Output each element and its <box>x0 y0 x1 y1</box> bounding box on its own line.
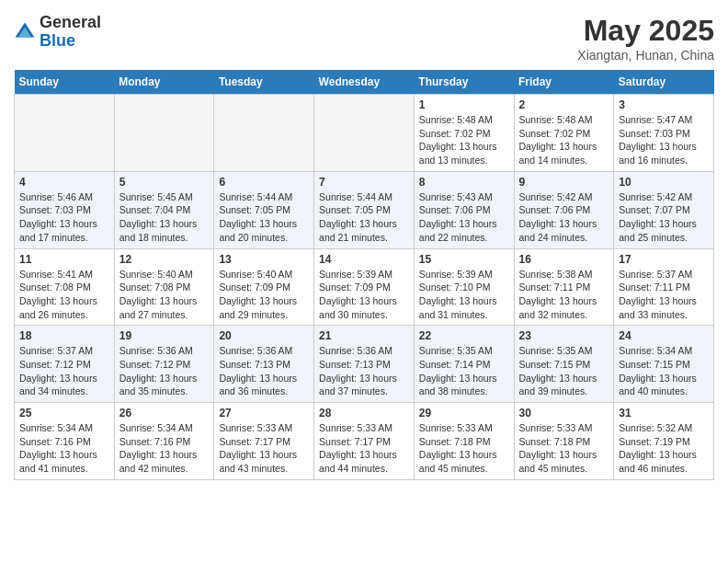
calendar-day-cell: 5Sunrise: 5:45 AM Sunset: 7:04 PM Daylig… <box>114 171 214 248</box>
calendar-day-cell: 22Sunrise: 5:35 AM Sunset: 7:14 PM Dayli… <box>414 326 514 403</box>
day-info: Sunrise: 5:46 AM Sunset: 7:03 PM Dayligh… <box>19 190 109 245</box>
calendar-day-cell: 11Sunrise: 5:41 AM Sunset: 7:08 PM Dayli… <box>15 248 115 326</box>
calendar-week-row: 4Sunrise: 5:46 AM Sunset: 7:03 PM Daylig… <box>15 171 714 248</box>
day-info: Sunrise: 5:36 AM Sunset: 7:12 PM Dayligh… <box>119 344 210 398</box>
calendar-day-cell: 28Sunrise: 5:33 AM Sunset: 7:17 PM Dayli… <box>314 403 415 480</box>
calendar-table: SundayMondayTuesdayWednesdayThursdayFrid… <box>14 70 714 480</box>
day-info: Sunrise: 5:33 AM Sunset: 7:18 PM Dayligh… <box>419 421 509 476</box>
calendar-day-cell: 12Sunrise: 5:40 AM Sunset: 7:08 PM Dayli… <box>114 248 214 326</box>
calendar-day-cell: 31Sunrise: 5:32 AM Sunset: 7:19 PM Dayli… <box>614 403 714 480</box>
day-number: 5 <box>119 176 210 189</box>
calendar-day-cell: 6Sunrise: 5:44 AM Sunset: 7:05 PM Daylig… <box>214 171 314 248</box>
day-info: Sunrise: 5:48 AM Sunset: 7:02 PM Dayligh… <box>519 113 609 167</box>
day-number: 26 <box>119 407 210 419</box>
calendar-week-row: 11Sunrise: 5:41 AM Sunset: 7:08 PM Dayli… <box>15 248 714 326</box>
calendar-day-cell: 9Sunrise: 5:42 AM Sunset: 7:06 PM Daylig… <box>514 171 614 248</box>
day-number: 16 <box>519 253 609 266</box>
logo-icon <box>14 21 36 43</box>
logo-general: General <box>40 13 101 31</box>
day-number: 4 <box>19 176 109 189</box>
day-info: Sunrise: 5:42 AM Sunset: 7:06 PM Dayligh… <box>519 190 609 245</box>
weekday-header-row: SundayMondayTuesdayWednesdayThursdayFrid… <box>15 70 714 95</box>
day-number: 20 <box>219 329 309 342</box>
weekday-header: Tuesday <box>214 70 314 95</box>
calendar-day-cell: 20Sunrise: 5:36 AM Sunset: 7:13 PM Dayli… <box>214 326 314 403</box>
day-number: 17 <box>619 253 709 266</box>
calendar-day-cell: 19Sunrise: 5:36 AM Sunset: 7:12 PM Dayli… <box>114 326 214 403</box>
day-info: Sunrise: 5:47 AM Sunset: 7:03 PM Dayligh… <box>619 113 709 167</box>
day-number: 22 <box>419 329 509 342</box>
day-info: Sunrise: 5:38 AM Sunset: 7:11 PM Dayligh… <box>519 268 609 322</box>
day-info: Sunrise: 5:35 AM Sunset: 7:15 PM Dayligh… <box>519 344 609 398</box>
calendar-day-cell <box>314 95 415 172</box>
logo-text: General Blue <box>40 14 101 51</box>
day-info: Sunrise: 5:34 AM Sunset: 7:15 PM Dayligh… <box>619 344 709 398</box>
weekday-header: Monday <box>114 70 214 95</box>
calendar-day-cell: 10Sunrise: 5:42 AM Sunset: 7:07 PM Dayli… <box>614 171 714 248</box>
day-info: Sunrise: 5:37 AM Sunset: 7:11 PM Dayligh… <box>619 268 709 322</box>
day-info: Sunrise: 5:37 AM Sunset: 7:12 PM Dayligh… <box>19 344 109 398</box>
calendar-day-cell: 18Sunrise: 5:37 AM Sunset: 7:12 PM Dayli… <box>15 326 115 403</box>
day-number: 28 <box>319 407 409 419</box>
day-info: Sunrise: 5:43 AM Sunset: 7:06 PM Dayligh… <box>419 190 509 245</box>
day-number: 30 <box>519 407 609 419</box>
calendar-day-cell: 4Sunrise: 5:46 AM Sunset: 7:03 PM Daylig… <box>15 171 115 248</box>
calendar-day-cell: 30Sunrise: 5:33 AM Sunset: 7:18 PM Dayli… <box>514 403 614 480</box>
location: Xiangtan, Hunan, China <box>577 48 714 63</box>
calendar-day-cell: 14Sunrise: 5:39 AM Sunset: 7:09 PM Dayli… <box>314 248 415 326</box>
logo-blue: Blue <box>40 31 75 50</box>
day-info: Sunrise: 5:35 AM Sunset: 7:14 PM Dayligh… <box>419 344 509 398</box>
calendar-day-cell: 15Sunrise: 5:39 AM Sunset: 7:10 PM Dayli… <box>414 248 514 326</box>
day-info: Sunrise: 5:33 AM Sunset: 7:18 PM Dayligh… <box>519 421 609 476</box>
calendar-day-cell: 13Sunrise: 5:40 AM Sunset: 7:09 PM Dayli… <box>214 248 314 326</box>
day-info: Sunrise: 5:33 AM Sunset: 7:17 PM Dayligh… <box>219 421 309 476</box>
calendar-week-row: 1Sunrise: 5:48 AM Sunset: 7:02 PM Daylig… <box>15 95 714 172</box>
calendar-day-cell: 26Sunrise: 5:34 AM Sunset: 7:16 PM Dayli… <box>114 403 214 480</box>
day-number: 8 <box>419 176 509 189</box>
day-number: 29 <box>419 407 509 419</box>
day-info: Sunrise: 5:39 AM Sunset: 7:09 PM Dayligh… <box>319 268 409 322</box>
calendar-day-cell: 21Sunrise: 5:36 AM Sunset: 7:13 PM Dayli… <box>314 326 415 403</box>
day-number: 23 <box>519 329 609 342</box>
day-number: 13 <box>219 253 309 266</box>
day-number: 3 <box>619 98 709 111</box>
day-number: 1 <box>419 98 509 111</box>
calendar-day-cell: 27Sunrise: 5:33 AM Sunset: 7:17 PM Dayli… <box>214 403 314 480</box>
day-info: Sunrise: 5:41 AM Sunset: 7:08 PM Dayligh… <box>19 268 109 322</box>
day-number: 27 <box>219 407 309 419</box>
calendar-day-cell: 16Sunrise: 5:38 AM Sunset: 7:11 PM Dayli… <box>514 248 614 326</box>
calendar-day-cell <box>15 95 115 172</box>
calendar-day-cell: 24Sunrise: 5:34 AM Sunset: 7:15 PM Dayli… <box>614 326 714 403</box>
day-info: Sunrise: 5:34 AM Sunset: 7:16 PM Dayligh… <box>119 421 210 476</box>
day-info: Sunrise: 5:48 AM Sunset: 7:02 PM Dayligh… <box>419 113 509 167</box>
day-number: 15 <box>419 253 509 266</box>
calendar-day-cell: 1Sunrise: 5:48 AM Sunset: 7:02 PM Daylig… <box>414 95 514 172</box>
page-header: General Blue May 2025 Xiangtan, Hunan, C… <box>14 14 714 63</box>
calendar-day-cell: 25Sunrise: 5:34 AM Sunset: 7:16 PM Dayli… <box>15 403 115 480</box>
logo: General Blue <box>14 14 101 51</box>
day-info: Sunrise: 5:32 AM Sunset: 7:19 PM Dayligh… <box>619 421 709 476</box>
calendar-week-row: 25Sunrise: 5:34 AM Sunset: 7:16 PM Dayli… <box>15 403 714 480</box>
day-info: Sunrise: 5:40 AM Sunset: 7:08 PM Dayligh… <box>119 268 210 322</box>
day-number: 18 <box>19 329 109 342</box>
day-info: Sunrise: 5:45 AM Sunset: 7:04 PM Dayligh… <box>119 190 210 245</box>
title-block: May 2025 Xiangtan, Hunan, China <box>577 14 714 63</box>
day-info: Sunrise: 5:36 AM Sunset: 7:13 PM Dayligh… <box>219 344 309 398</box>
weekday-header: Friday <box>514 70 614 95</box>
calendar-week-row: 18Sunrise: 5:37 AM Sunset: 7:12 PM Dayli… <box>15 326 714 403</box>
calendar-day-cell: 7Sunrise: 5:44 AM Sunset: 7:05 PM Daylig… <box>314 171 415 248</box>
day-number: 12 <box>119 253 210 266</box>
calendar-day-cell: 2Sunrise: 5:48 AM Sunset: 7:02 PM Daylig… <box>514 95 614 172</box>
day-number: 14 <box>319 253 409 266</box>
day-info: Sunrise: 5:39 AM Sunset: 7:10 PM Dayligh… <box>419 268 509 322</box>
day-number: 31 <box>619 407 709 419</box>
calendar-day-cell: 23Sunrise: 5:35 AM Sunset: 7:15 PM Dayli… <box>514 326 614 403</box>
weekday-header: Wednesday <box>314 70 415 95</box>
day-number: 9 <box>519 176 609 189</box>
day-info: Sunrise: 5:44 AM Sunset: 7:05 PM Dayligh… <box>319 190 409 245</box>
day-number: 25 <box>19 407 109 419</box>
day-info: Sunrise: 5:42 AM Sunset: 7:07 PM Dayligh… <box>619 190 709 245</box>
calendar-day-cell <box>214 95 314 172</box>
day-info: Sunrise: 5:34 AM Sunset: 7:16 PM Dayligh… <box>19 421 109 476</box>
day-info: Sunrise: 5:33 AM Sunset: 7:17 PM Dayligh… <box>319 421 409 476</box>
